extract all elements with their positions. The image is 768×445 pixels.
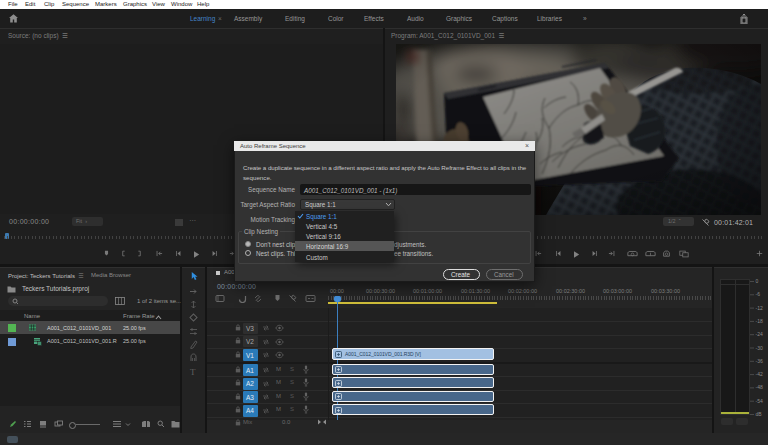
svg-text:-12: -12 [756, 305, 763, 311]
svg-text:dB: dB [756, 411, 763, 417]
svg-text:-6: -6 [756, 291, 761, 297]
svg-text:-36: -36 [756, 358, 763, 364]
svg-text:0: 0 [756, 278, 759, 284]
svg-text:-30: -30 [756, 345, 763, 351]
svg-text:-48: -48 [756, 384, 763, 390]
svg-text:-24: -24 [756, 331, 763, 337]
svg-text:-42: -42 [756, 371, 763, 377]
svg-text:-18: -18 [756, 318, 763, 324]
svg-text:-54: -54 [756, 398, 763, 404]
